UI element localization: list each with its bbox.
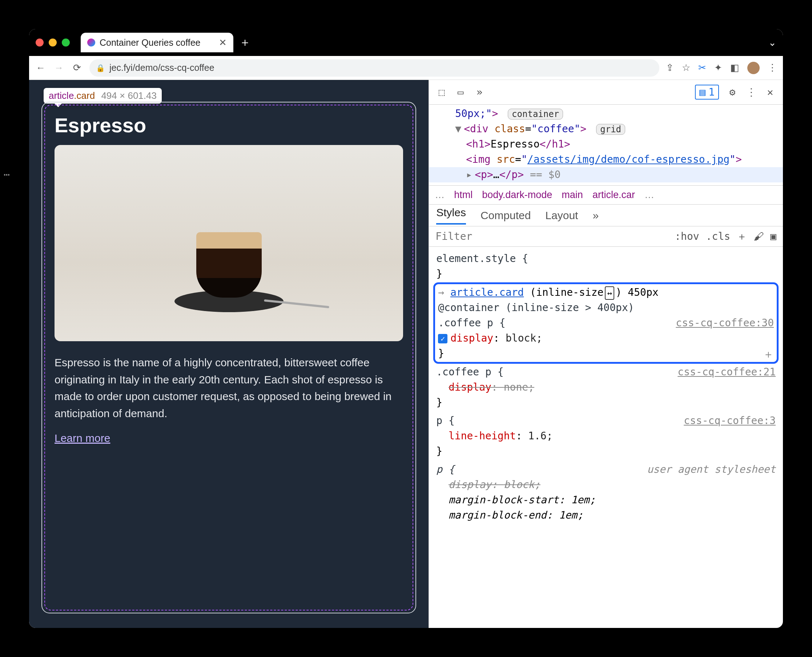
ua-label: user agent stylesheet [647,462,776,477]
grid-badge[interactable]: grid [596,124,625,135]
crumb-html[interactable]: html [454,189,472,201]
cup-shape [196,232,262,297]
hov-toggle[interactable]: :hov [675,230,699,242]
source-location[interactable]: css-cq-coffee:3 [684,413,776,428]
extensions-icon[interactable]: ✦ [714,62,722,73]
el-line-style[interactable]: 50px;"> container [429,106,783,121]
maximize-window-icon[interactable] [62,39,70,47]
toolbar: ← → ⟳ 🔒 jec.fyi/demo/css-cq-coffee ⇪ ☆ ✂… [29,56,783,80]
tab-layout[interactable]: Layout [545,209,578,222]
more-tabs-icon[interactable]: » [592,209,598,222]
address-bar[interactable]: 🔒 jec.fyi/demo/css-cq-coffee [89,59,659,77]
back-button[interactable]: ← [35,62,47,73]
rule-coffee-p-2[interactable]: .coffee p { css-cq-coffee:21 display: no… [436,363,776,412]
container-badge[interactable]: container [508,109,563,120]
tab-title: Container Queries coffee [100,37,200,48]
crumb-main[interactable]: main [561,189,583,201]
cls-toggle[interactable]: .cls [706,230,730,242]
inspect-element-icon[interactable]: ⬚ [436,86,447,98]
elements-tree[interactable]: 50px;"> container ▼<div class="coffee"> … [429,105,783,186]
add-property-icon[interactable]: ＋ [763,346,774,362]
tab-strip: Container Queries coffee ✕ ＋ ⌄ [29,29,783,56]
source-location[interactable]: css-cq-coffee:21 [678,364,776,380]
filter-input[interactable] [435,230,668,242]
expand-arrow-icon[interactable]: ▸ [466,167,473,182]
tab-styles[interactable]: Styles [436,206,466,224]
styles-filter-bar: :hov .cls ＋ 🖌 ▣ [429,226,783,247]
settings-icon[interactable]: ⚙ [727,86,738,98]
minimize-window-icon[interactable] [49,39,57,47]
tooltip-tag: article [49,90,74,101]
tooltip-dimensions: 494 × 601.43 [101,90,157,101]
toolbar-actions: ⇪ ☆ ✂ ✦ ◧ ⋮ [666,62,777,74]
crumb-ellipsis[interactable]: … [435,189,444,201]
browser-tab[interactable]: Container Queries coffee ✕ [81,33,233,52]
browser-window: Container Queries coffee ✕ ＋ ⌄ ← → ⟳ 🔒 j… [29,29,783,628]
article-card[interactable]: Espresso Espresso is the name of a highl… [41,102,416,613]
tab-computed[interactable]: Computed [480,209,531,222]
messages-count: 1 [708,86,715,98]
breadcrumb: … html body.dark-mode main article.car … [429,186,783,205]
el-line-p-selected[interactable]: ⋯ ▸<p>…</p> == $0 [429,167,783,182]
styles-tabs: Styles Computed Layout » [429,205,783,226]
share-icon[interactable]: ⇪ [666,62,674,73]
url-text: jec.fyi/demo/css-cq-coffee [109,62,214,73]
device-toolbar-icon[interactable]: ▭ [455,86,466,98]
page-viewport: article.card 494 × 601.43 Espresso Espre… [29,80,429,628]
toggle-sidebar-icon[interactable]: ▣ [770,230,776,242]
crumb-ellipsis[interactable]: … [644,189,654,201]
img-src-link[interactable]: /assets/img/demo/cof-espresso.jpg [527,153,729,165]
devtools-panel: ⬚ ▭ » ▤ 1 ⚙ ⋮ ✕ 50px;"> container ▼<div … [429,80,783,628]
styles-rules[interactable]: element.style {} → article.card (inline-… [429,247,783,628]
close-tab-icon[interactable]: ✕ [219,37,227,48]
devtools-toolbar: ⬚ ▭ » ▤ 1 ⚙ ⋮ ✕ [429,80,783,105]
close-devtools-icon[interactable]: ✕ [765,86,776,98]
source-location[interactable]: css-cq-coffee:30 [676,315,774,331]
close-window-icon[interactable] [36,39,44,47]
scissors-icon[interactable]: ✂ [698,62,706,73]
coffee-image [55,145,403,341]
card-heading: Espresso [55,114,403,137]
new-tab-button[interactable]: ＋ [239,34,251,50]
card-paragraph: Espresso is the name of a highly concent… [55,354,403,422]
profile-avatar[interactable] [747,62,760,74]
tooltip-class: .card [74,90,95,101]
sidepanel-icon[interactable]: ◧ [730,62,739,73]
menu-icon[interactable]: ⋮ [768,62,777,73]
forward-button[interactable]: → [53,62,65,73]
reload-button[interactable]: ⟳ [71,62,83,73]
el-line-div[interactable]: ▼<div class="coffee"> grid [429,121,783,137]
message-icon: ▤ [699,86,706,98]
rule-element-style[interactable]: element.style {} [436,250,776,283]
tabs-overflow-icon[interactable]: ⌄ [768,37,776,48]
learn-more-link[interactable]: Learn more [55,432,110,444]
crumb-article[interactable]: article.car [592,189,635,201]
bookmark-icon[interactable]: ☆ [682,62,690,73]
messages-badge[interactable]: ▤ 1 [695,85,719,100]
favicon-icon [87,39,95,47]
content-split: article.card 494 × 601.43 Espresso Espre… [29,80,783,628]
kebab-menu-icon[interactable]: ⋮ [746,86,757,98]
cq-selector-link[interactable]: article.card [450,286,524,298]
new-rule-icon[interactable]: ＋ [737,230,747,243]
expand-arrow-icon[interactable]: ▼ [455,121,462,137]
lock-icon: 🔒 [96,64,105,72]
dollar-zero: == $0 [530,169,561,181]
more-tabs-icon[interactable]: » [474,86,485,98]
rule-container-query[interactable]: → article.card (inline-size↔) 450px @con… [433,282,779,364]
paint-icon[interactable]: 🖌 [753,230,764,242]
inline-size-icon: ↔ [605,286,614,300]
el-line-img[interactable]: <img src="/assets/img/demo/cof-espresso.… [429,152,783,167]
rule-p-ua[interactable]: p { user agent stylesheet display: block… [436,461,776,525]
window-controls [36,39,70,47]
property-checkbox[interactable]: ✓ [438,334,447,343]
rule-p[interactable]: p { css-cq-coffee:3 line-height: 1.6;} [436,412,776,461]
inspect-tooltip: article.card 494 × 601.43 [44,88,162,104]
crumb-body[interactable]: body.dark-mode [482,189,552,201]
el-line-h1[interactable]: <h1>Espresso</h1> [429,137,783,152]
